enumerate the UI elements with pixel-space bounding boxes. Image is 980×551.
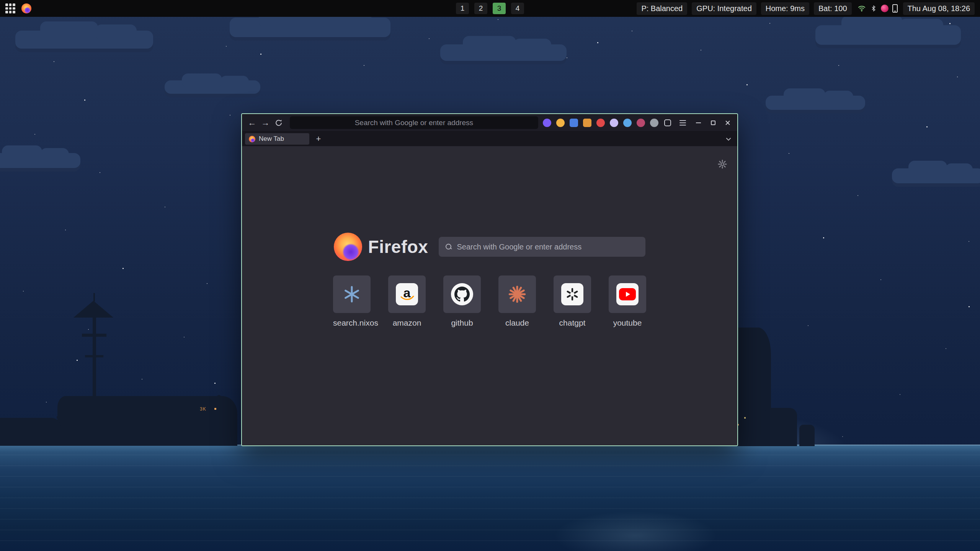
power-profile-status: P: Balanced (637, 2, 687, 15)
amazon-logo-icon: a (396, 283, 418, 305)
chevron-down-icon (725, 135, 732, 142)
device-icon[interactable] (892, 4, 898, 13)
newtab-search-placeholder: Search with Google or enter address (457, 243, 581, 251)
workspace-button-2[interactable]: 2 (474, 3, 487, 14)
shortcut-label: chatgpt (554, 318, 591, 328)
network-latency-status: Home: 9ms (761, 2, 809, 15)
wallpaper-cloud (230, 18, 390, 41)
shortcut-github[interactable]: github (443, 276, 481, 328)
color-profile-icon[interactable] (881, 5, 889, 12)
new-tab-page: Firefox Search with Google or enter addr… (242, 146, 737, 445)
newtab-search-input[interactable]: Search with Google or enter address (439, 237, 645, 257)
wallpaper-pier-post (61, 419, 63, 428)
clock: Thu Aug 08, 18:26 (903, 2, 975, 15)
window-controls (693, 117, 733, 129)
workspace-button-4[interactable]: 4 (511, 3, 524, 14)
github-octocat-icon (451, 283, 473, 305)
shortcut-amazon[interactable]: a amazon (388, 276, 426, 328)
wallpaper-rocks-right (764, 408, 797, 446)
wallpaper-cloud (0, 153, 80, 171)
extension-icon-1[interactable] (543, 119, 551, 127)
firefox-pinned-icon[interactable] (21, 3, 31, 13)
status-bar: 1 2 3 4 P: Balanced GPU: Integrated Home… (0, 0, 980, 17)
wallpaper-water-glow (547, 509, 724, 551)
wallpaper-cloud (815, 25, 961, 48)
shortcut-label: youtube (609, 318, 646, 328)
extension-icon-3[interactable] (570, 119, 578, 127)
list-all-tabs-button[interactable] (725, 135, 732, 142)
gear-icon (717, 159, 727, 169)
url-bar-placeholder: Search with Google or enter address (355, 119, 473, 127)
claude-starburst-icon (508, 285, 527, 304)
extension-icon-6[interactable] (610, 119, 618, 127)
minimize-button[interactable] (693, 117, 704, 129)
firefox-window: ← → Search with Google or enter address (241, 113, 738, 446)
wallpaper-cloud (440, 44, 567, 64)
workspace-button-1[interactable]: 1 (456, 3, 469, 14)
wallpaper-cloud (892, 168, 980, 187)
gpu-status: GPU: Integrated (692, 2, 756, 15)
wallpaper-pier (57, 416, 107, 419)
youtube-play-icon (616, 283, 639, 305)
extension-icon-4[interactable] (583, 119, 591, 127)
browser-toolbar: ← → Search with Google or enter address (242, 114, 737, 132)
extension-icon-8[interactable] (637, 119, 645, 127)
bluetooth-icon[interactable] (870, 4, 877, 13)
tab-favicon (249, 136, 255, 142)
forward-button[interactable]: → (259, 116, 272, 129)
back-button[interactable]: ← (246, 116, 258, 129)
shortcut-label: github (443, 318, 481, 328)
reload-button[interactable] (273, 116, 285, 129)
shortcut-chatgpt[interactable]: chatgpt (554, 276, 591, 328)
url-bar[interactable]: Search with Google or enter address (290, 116, 538, 129)
shortcut-label: amazon (388, 318, 426, 328)
shortcut-label: claude (498, 318, 536, 328)
maximize-button[interactable] (707, 117, 719, 129)
extension-icon-9[interactable] (650, 119, 658, 127)
newtab-settings-button[interactable] (717, 159, 727, 171)
wallpaper-rocks-left (0, 418, 61, 446)
wallpaper-ocean (0, 445, 980, 551)
wallpaper-cloud (15, 31, 153, 52)
wallpaper-hut-light (214, 408, 216, 410)
menu-button[interactable] (677, 117, 688, 129)
wallpaper-cliff-light (744, 417, 746, 419)
workspace-button-3[interactable]: 3 (493, 3, 506, 14)
tab-new-tab[interactable]: New Tab (245, 133, 309, 145)
extensions-strip (543, 119, 672, 127)
wallpaper-island-left (57, 396, 237, 446)
workspace-switcher: 1 2 3 4 (456, 0, 524, 17)
firefox-logo (334, 233, 362, 261)
wallpaper-watchtower-roof (74, 301, 113, 318)
shortcut-claude[interactable]: claude (498, 276, 536, 328)
close-button[interactable] (722, 117, 733, 129)
wallpaper-watchtower-pole (93, 316, 96, 406)
app-launcher-icon[interactable] (5, 3, 15, 13)
desktop: 3K 1 2 3 4 P: Balanced GPU: Integrated H… (0, 0, 980, 551)
extension-icon-10[interactable] (663, 119, 672, 127)
wallpaper-sign-text: 3K (200, 406, 206, 412)
extension-icon-5[interactable] (596, 119, 605, 127)
wallpaper-cloud (766, 96, 865, 113)
search-icon (446, 244, 452, 250)
nixos-snowflake-icon (343, 285, 361, 303)
tab-title: New Tab (259, 135, 284, 143)
battery-status: Bat: 100 (814, 2, 852, 15)
wifi-icon[interactable] (857, 4, 866, 13)
extension-icon-7[interactable] (623, 119, 632, 127)
firefox-wordmark: Firefox (368, 236, 428, 257)
shortcuts-row: search.nixos a amazon (242, 276, 737, 328)
wallpaper-watchtower-deck (85, 355, 103, 357)
shortcut-label: search.nixos (333, 318, 371, 328)
wallpaper-watchtower-tip (93, 293, 95, 302)
wallpaper-hut-roof (204, 395, 234, 403)
wallpaper-rocks-right (799, 425, 815, 446)
tab-bar: New Tab + (242, 132, 737, 146)
new-tab-button[interactable]: + (313, 134, 324, 144)
shortcut-search-nixos[interactable]: search.nixos (333, 276, 371, 328)
openai-logo-icon (561, 283, 583, 305)
wallpaper-cloud (165, 80, 260, 97)
extension-icon-2[interactable] (556, 119, 565, 127)
wallpaper-pier-post (75, 419, 77, 429)
shortcut-youtube[interactable]: youtube (609, 276, 646, 328)
